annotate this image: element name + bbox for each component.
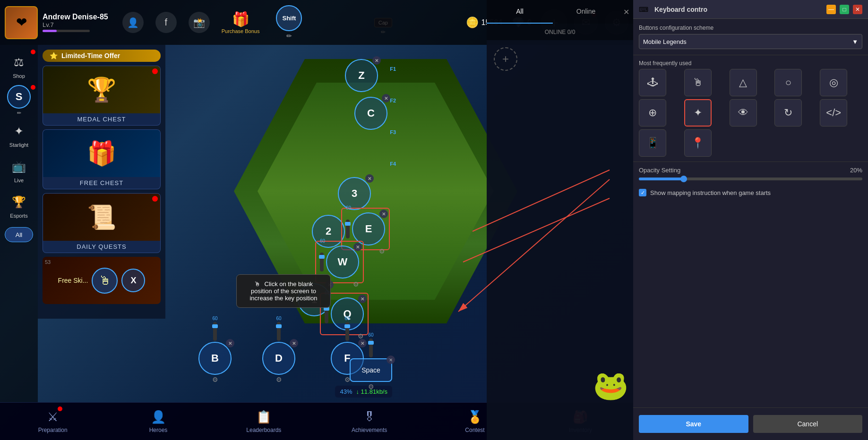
minimize-button[interactable]: — [826, 5, 836, 14]
esports-dot [31, 85, 35, 90]
close-button[interactable]: ✕ [853, 5, 862, 14]
w-key-slider[interactable] [320, 253, 324, 271]
e-key-slider[interactable] [346, 220, 350, 238]
c-key-circle[interactable]: ✕ C [354, 97, 387, 130]
shift-edit-icon: ✏ [286, 32, 292, 40]
leaderboards-label: Leaderboards [246, 427, 281, 433]
icon-joystick[interactable]: 🕹 [639, 69, 666, 96]
daily-quests-item[interactable]: 📜 DAILY QUESTS [43, 193, 161, 253]
c-key-close[interactable]: ✕ [382, 94, 390, 102]
free-chest-item[interactable]: 🎁 FREE CHEST [43, 129, 161, 189]
b-key-group: 60 ✕ B ⚙ [198, 316, 232, 383]
b-key-settings[interactable]: ⚙ [212, 376, 218, 383]
w-key-settings[interactable]: ⚙ [353, 280, 359, 288]
space-key-slider[interactable] [369, 338, 373, 357]
icon-phone[interactable]: 📱 [639, 129, 666, 157]
mouse-button-overlay[interactable]: 🖱 [92, 268, 118, 294]
cancel-button[interactable]: Cancel [753, 415, 863, 433]
show-mapping-checkbox[interactable]: ✓ [639, 189, 646, 196]
contest-label: Contest [465, 427, 484, 433]
daily-quests-image: 📜 [43, 194, 160, 241]
friends-button[interactable]: 👤 [122, 12, 144, 33]
b-key-circle[interactable]: ✕ B [198, 342, 232, 375]
icon-star-selected[interactable]: ✦ [684, 99, 712, 127]
nav-preparation[interactable]: ⚔ Preparation [0, 403, 105, 440]
icon-code[interactable]: </> [820, 99, 847, 127]
shift-key-button[interactable]: Shift ✏ [276, 5, 302, 40]
tab-online[interactable]: Online [553, 0, 619, 24]
icons-grid: 🕹 🖱 △ ○ ◎ ⊕ ✦ 👁 ↻ </> 📱 📍 [633, 69, 868, 161]
e-key-settings[interactable]: ⚙ [379, 247, 385, 255]
nav-achievements[interactable]: 🎖 Achievements [317, 403, 422, 440]
icon-mouse[interactable]: 🖱 [684, 69, 712, 96]
room-panel: All Online ✕ ONLINE 0/0 + 🐸 [487, 0, 633, 440]
purchase-bonus-button[interactable]: 🎁 Purchase Bonus [222, 11, 260, 34]
d-key-close[interactable]: ✕ [290, 339, 298, 347]
icon-circle[interactable]: ○ [774, 69, 802, 96]
space-key-settings[interactable]: ⚙ [368, 383, 374, 390]
sidebar-item-live[interactable]: 📺 Live [0, 154, 38, 187]
sidebar-item-esports[interactable]: 🏆 Esports [0, 189, 38, 222]
live-label: Live [14, 178, 24, 183]
b-key-close[interactable]: ✕ [226, 339, 234, 347]
space-key-group: 60 ✕ Space ⚙ [350, 332, 392, 390]
three-key-close[interactable]: ✕ [365, 174, 374, 183]
d-key-slider[interactable] [277, 322, 281, 341]
z-key-circle[interactable]: ✕ Z [345, 59, 378, 92]
s-key-circle[interactable]: S [7, 85, 31, 109]
free-chest-label: FREE CHEST [43, 177, 160, 189]
scheme-select[interactable]: Mobile Legends ▼ [639, 34, 862, 49]
maximize-button[interactable]: □ [840, 5, 849, 14]
sidebar-item-shop[interactable]: ⚖ Shop [0, 50, 38, 83]
q-key-close[interactable]: ✕ [358, 295, 367, 303]
w-key-circle[interactable]: ✕ W [326, 245, 359, 279]
preparation-label: Preparation [38, 427, 68, 433]
space-slider-thumb [368, 341, 374, 345]
opacity-slider-thumb[interactable] [680, 176, 687, 182]
icon-rotate[interactable]: ↻ [774, 99, 802, 127]
icon-map-pin[interactable]: 📍 [684, 129, 712, 157]
e-key-close[interactable]: ✕ [379, 210, 388, 218]
shop-label: Shop [13, 73, 25, 79]
sidebar-item-starlight[interactable]: ✦ Starlight [0, 118, 38, 152]
icon-triangle[interactable]: △ [730, 69, 757, 96]
space-key-button[interactable]: ✕ Space [350, 358, 392, 382]
d-key-circle[interactable]: ✕ D [262, 342, 295, 375]
space-key-close[interactable]: ✕ [387, 355, 395, 364]
icon-aim[interactable]: ◎ [820, 69, 847, 96]
show-mapping-row: ✓ Show mapping instruction when game sta… [633, 185, 868, 200]
scheme-dropdown-icon: ▼ [852, 38, 858, 45]
icon-eye[interactable]: 👁 [730, 99, 757, 127]
nav-heroes[interactable]: 👤 Heroes [105, 403, 211, 440]
nav-leaderboards[interactable]: 📋 Leaderboards [211, 403, 317, 440]
keyboard-panel: ⌨ Keyboard contro — □ ✕ Buttons configur… [633, 0, 868, 440]
opacity-slider-track [639, 178, 862, 180]
preparation-dot [58, 406, 62, 411]
keyboard-title: Keyboard contro [654, 6, 823, 13]
instagram-button[interactable]: 📸 [189, 12, 210, 33]
opacity-slider-fill [639, 178, 684, 180]
save-button[interactable]: Save [639, 415, 748, 433]
room-panel-close[interactable]: ✕ [619, 0, 633, 24]
opacity-section: Opacity Setting 20% [633, 161, 868, 185]
d-key-settings[interactable]: ⚙ [276, 376, 282, 383]
icon-crosshair[interactable]: ⊕ [639, 99, 666, 127]
facebook-button[interactable]: f [155, 12, 177, 33]
e-key-size: 60 [346, 205, 351, 211]
x-key-circle[interactable]: X [121, 269, 145, 292]
shop-notification-dot [31, 50, 35, 54]
free-skin-banner[interactable]: 53 Free Ski... 🖱 X [43, 257, 161, 304]
add-friend-button[interactable]: + [494, 47, 517, 71]
z-key-close[interactable]: ✕ [372, 56, 381, 65]
f3-label: F3 [390, 129, 396, 135]
three-key-circle[interactable]: ✕ 3 [338, 177, 371, 210]
sidebar-all-button[interactable]: All [5, 227, 33, 242]
f-key-slider[interactable] [345, 322, 349, 341]
tab-all[interactable]: All [487, 0, 553, 24]
c-key-overlay: ✕ C [354, 97, 387, 130]
w-key-close[interactable]: ✕ [353, 243, 362, 251]
f-key-size: 60 [344, 316, 350, 321]
heroes-label: Heroes [149, 427, 168, 433]
medal-chest-item[interactable]: 🏆 MEDAL CHEST [43, 66, 161, 126]
b-key-slider[interactable] [213, 322, 217, 341]
